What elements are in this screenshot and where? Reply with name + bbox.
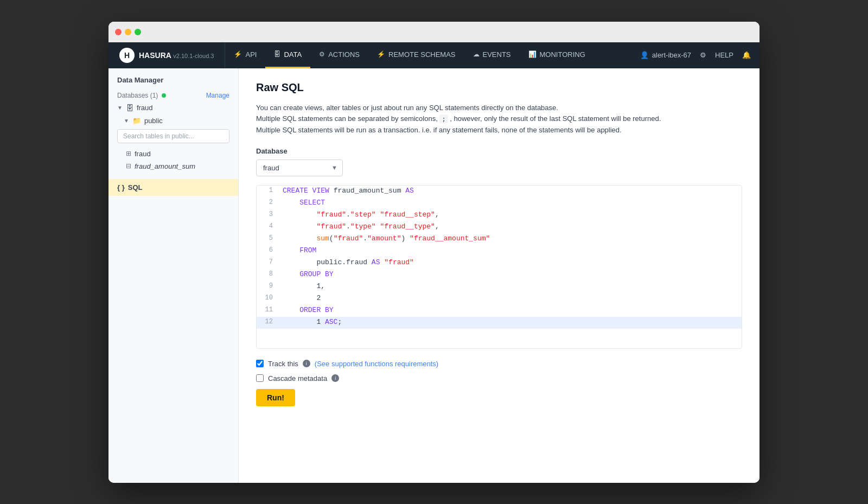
nav-item-remote-schemas[interactable]: ⚡ REMOTE SCHEMAS [368, 42, 464, 68]
nav-items: ⚡ API 🗄 DATA ⚙ ACTIONS ⚡ REMOTE SCHEMAS … [225, 42, 631, 68]
nav-item-monitoring[interactable]: 📊 MONITORING [520, 42, 594, 68]
code-line-1: 1 CREATE VIEW fraud_amount_sum AS [257, 186, 742, 197]
cascade-metadata-checkbox[interactable] [256, 374, 264, 382]
sidebar-item-fraud-amount-sum-table[interactable]: ⊟ fraud_amount_sum [113, 160, 234, 173]
track-this-label[interactable]: Track this [268, 360, 298, 368]
sql-icon: { } [117, 183, 125, 192]
databases-section: Databases (1) Manage ▼ 🗄 fraud ▼ 📁 publi… [108, 90, 238, 177]
nav-label-monitoring: MONITORING [540, 50, 585, 59]
schema-name: public [144, 117, 163, 125]
code-line-10: 10 2 [257, 293, 742, 305]
table-name-italic: fraud_amount_sum [135, 162, 195, 170]
code-line-9: 9 1, [257, 281, 742, 293]
minimize-button[interactable] [125, 29, 131, 35]
monitoring-icon: 📊 [528, 50, 537, 58]
api-icon: ⚡ [234, 50, 242, 58]
cascade-metadata-row: Cascade metadata i [256, 374, 742, 382]
code-line-8: 8 GROUP BY [257, 269, 742, 281]
status-dot [162, 93, 166, 98]
nav-item-actions[interactable]: ⚙ ACTIONS [310, 42, 368, 68]
nav-right: 👤 alert-ibex-67 ⚙ HELP 🔔 [631, 42, 760, 68]
sidebar-item-fraud-table[interactable]: ⊞ fraud [113, 148, 234, 160]
db-name: fraud [137, 104, 153, 112]
nav-item-api[interactable]: ⚡ API [225, 42, 265, 68]
page-title: Raw SQL [256, 81, 742, 94]
sql-label: SQL [128, 183, 143, 192]
view-icon: ⊟ [126, 162, 131, 170]
manage-button[interactable]: Manage [206, 92, 229, 99]
settings-button[interactable]: ⚙ [700, 51, 706, 59]
main-window: H HASURA v2.10.1-cloud.3 ⚡ API 🗄 DATA ⚙ … [108, 22, 760, 483]
help-label: HELP [715, 51, 733, 59]
nav-item-events[interactable]: ☁ EVENTS [464, 42, 520, 68]
nav-label-data: DATA [284, 50, 302, 59]
remote-schemas-icon: ⚡ [377, 50, 385, 58]
nav-item-data[interactable]: 🗄 DATA [265, 42, 310, 68]
main-layout: Data Manager Databases (1) Manage ▼ 🗄 fr… [108, 68, 760, 483]
brand-title: HASURA [139, 51, 171, 60]
nav-label-events: EVENTS [483, 50, 511, 59]
code-line-2: 2 SELECT [257, 197, 742, 209]
desc-line3: Multiple SQL statements will be run as a… [256, 125, 742, 136]
nav-label-actions: ACTIONS [328, 50, 360, 59]
brand-version: v2.10.1-cloud.3 [173, 53, 214, 59]
semicolon-code: ; [439, 114, 448, 123]
actions-icon: ⚙ [319, 50, 325, 58]
main-content: Raw SQL You can create views, alter tabl… [239, 68, 760, 483]
code-line-6: 6 FROM [257, 245, 742, 257]
databases-section-header: Databases (1) Manage [113, 90, 234, 101]
desc-line1: You can create views, alter tables or ju… [256, 103, 742, 114]
cascade-metadata-label[interactable]: Cascade metadata [268, 374, 327, 382]
top-navigation: H HASURA v2.10.1-cloud.3 ⚡ API 🗄 DATA ⚙ … [108, 42, 760, 68]
bell-icon: 🔔 [742, 51, 751, 59]
notifications-button[interactable]: 🔔 [742, 51, 751, 59]
code-line-empty [257, 329, 742, 348]
traffic-lights [115, 29, 141, 35]
databases-label: Databases (1) [117, 92, 166, 99]
run-button[interactable]: Run! [256, 389, 295, 406]
code-line-11: 11 ORDER BY [257, 305, 742, 317]
track-this-info-icon[interactable]: i [303, 360, 310, 367]
code-line-7: 7 public.fraud AS "fraud" [257, 257, 742, 269]
username: alert-ibex-67 [652, 51, 691, 59]
help-button[interactable]: HELP [715, 51, 733, 59]
database-section-label: Database [256, 147, 742, 155]
brand-logo-area: H HASURA v2.10.1-cloud.3 [108, 42, 225, 68]
sidebar-header: Data Manager [108, 68, 238, 90]
data-icon: 🗄 [274, 50, 280, 58]
code-line-4: 4 "fraud"."type" "fraud__type", [257, 221, 742, 233]
nav-label-api: API [245, 50, 257, 59]
sidebar-item-public-schema[interactable]: ▼ 📁 public [113, 114, 234, 127]
database-icon: 🗄 [126, 104, 133, 112]
hasura-logo: H [119, 48, 135, 63]
track-this-checkbox[interactable] [256, 360, 264, 367]
chevron-down-icon: ▼ [117, 105, 123, 111]
track-this-row: Track this i (See supported functions re… [256, 360, 742, 368]
titlebar [108, 22, 760, 42]
table-name: fraud [135, 150, 151, 158]
code-line-5: 5 sum("fraud"."amount") "fraud__amount_s… [257, 233, 742, 245]
sidebar: Data Manager Databases (1) Manage ▼ 🗄 fr… [108, 68, 239, 483]
code-line-3: 3 "fraud"."step" "fraud__step", [257, 209, 742, 221]
database-select-wrapper: fraud ▼ [256, 160, 343, 176]
nav-label-remote-schemas: REMOTE SCHEMAS [388, 50, 456, 59]
database-select[interactable]: fraud [256, 160, 343, 176]
track-this-link[interactable]: (See supported functions requirements) [315, 360, 438, 368]
sql-code-editor[interactable]: 1 CREATE VIEW fraud_amount_sum AS 2 SELE… [256, 185, 742, 349]
sidebar-item-sql[interactable]: { } SQL [108, 179, 238, 196]
events-icon: ☁ [473, 50, 480, 58]
brand-name: HASURA v2.10.1-cloud.3 [139, 51, 214, 60]
cascade-metadata-info-icon[interactable]: i [331, 374, 339, 382]
close-button[interactable] [115, 29, 122, 35]
description: You can create views, alter tables or ju… [256, 103, 742, 136]
maximize-button[interactable] [135, 29, 141, 35]
chevron-down-icon: ▼ [124, 118, 129, 124]
search-box [117, 129, 229, 143]
code-line-12: 12 1 ASC; [257, 317, 742, 329]
user-menu[interactable]: 👤 alert-ibex-67 [640, 51, 691, 59]
folder-icon: 📁 [132, 117, 141, 125]
table-icon: ⊞ [126, 150, 131, 157]
search-input[interactable] [117, 129, 229, 143]
sidebar-item-fraud-db[interactable]: ▼ 🗄 fraud [113, 101, 234, 114]
settings-icon: ⚙ [700, 51, 706, 59]
